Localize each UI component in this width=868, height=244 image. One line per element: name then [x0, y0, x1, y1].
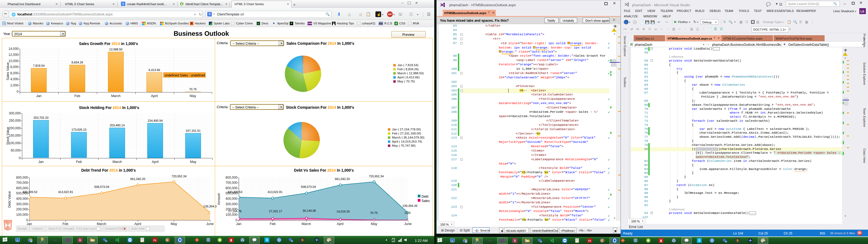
svg-text:↻: ↻: [725, 241, 727, 243]
svg-text:!: !: [614, 29, 615, 32]
svg-text:∞: ∞: [489, 238, 491, 243]
svg-text:≥: ≥: [17, 239, 18, 241]
svg-text:▮: ▮: [230, 238, 232, 242]
svg-text:!: !: [845, 53, 846, 56]
svg-text:λ: λ: [79, 238, 81, 242]
svg-text:↻: ↻: [105, 240, 107, 242]
svg-text:S: S: [266, 238, 268, 242]
svg-text:▮: ▮: [660, 239, 662, 242]
svg-text:Fz: Fz: [154, 239, 156, 242]
svg-text:λ: λ: [514, 239, 516, 242]
svg-text:S: S: [698, 239, 701, 242]
svg-text:↻: ↻: [291, 240, 293, 242]
svg-text:S: S: [737, 239, 738, 242]
svg-text:∞: ∞: [54, 238, 56, 242]
svg-text:≥: ≥: [452, 239, 453, 242]
svg-text:Fz: Fz: [588, 239, 591, 242]
svg-text:↻: ↻: [540, 241, 542, 243]
svg-text:S: S: [301, 238, 303, 242]
